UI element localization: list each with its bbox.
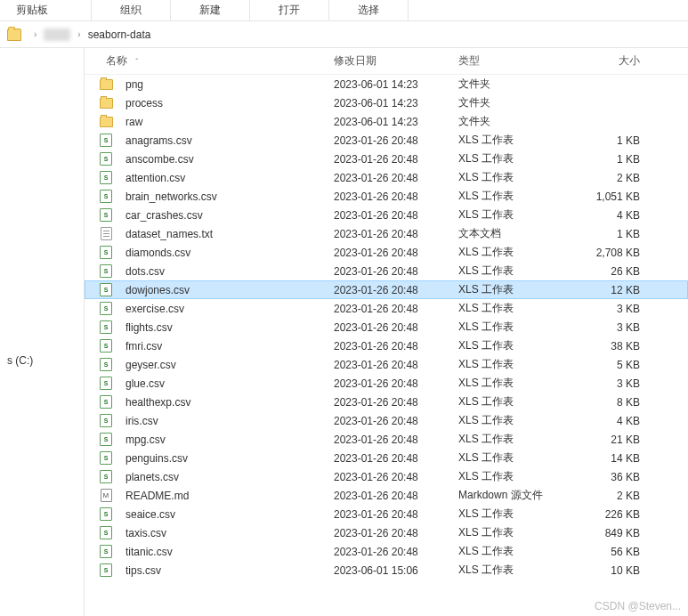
file-name: planets.csv [118,471,334,483]
file-row[interactable]: taxis.csv2023-01-26 20:48XLS 工作表849 KB [85,523,688,542]
file-type: XLS 工作表 [458,207,576,223]
file-row[interactable]: dowjones.csv2023-01-26 20:48XLS 工作表12 KB [85,280,688,299]
file-type: Markdown 源文件 [458,488,576,503]
file-name: tips.csv [118,564,334,577]
ribbon-open[interactable]: 打开 [250,0,328,21]
file-type: XLS 工作表 [458,376,576,391]
file-row[interactable]: car_crashes.csv2023-01-26 20:48XLS 工作表4 … [85,206,688,224]
main-area: s (C:) 名称 ˆ 修改日期 类型 大小 png2023-06-01 14:… [0,48,688,616]
file-name: car_crashes.csv [118,209,334,222]
file-type: XLS 工作表 [458,282,576,297]
xls-icon [99,433,113,447]
file-type: XLS 工作表 [458,525,576,540]
breadcrumb-parent-redacted[interactable] [44,28,70,41]
file-date: 2023-01-26 20:48 [334,527,458,539]
file-date: 2023-01-26 20:48 [334,490,458,502]
file-row[interactable]: penguins.csv2023-01-26 20:48XLS 工作表14 KB [85,449,688,467]
xls-icon [99,395,113,409]
file-name: process [118,97,334,109]
file-size: 1 KB [576,153,652,166]
column-header-date[interactable]: 修改日期 [334,53,458,69]
file-size: 38 KB [576,340,652,353]
file-row[interactable]: tips.csv2023-06-01 15:06XLS 工作表10 KB [85,561,688,580]
xls-icon [99,507,113,522]
file-row[interactable]: dataset_names.txt2023-01-26 20:48文本文档1 K… [85,224,688,243]
file-date: 2023-06-01 14:23 [334,116,458,128]
file-name: anscombe.csv [118,153,334,166]
file-row[interactable]: anagrams.csv2023-01-26 20:48XLS 工作表1 KB [85,131,688,150]
ribbon-new[interactable]: 新建 [171,0,249,21]
file-row[interactable]: attention.csv2023-01-26 20:48XLS 工作表2 KB [85,168,688,187]
xls-icon [99,526,113,540]
file-date: 2023-06-01 15:06 [334,564,458,577]
file-size: 226 KB [576,508,652,521]
folder-icon [7,28,21,41]
breadcrumb[interactable]: › › seaborn-data [0,21,688,48]
file-row[interactable]: seaice.csv2023-01-26 20:48XLS 工作表226 KB [85,505,688,523]
ribbon-organize[interactable]: 组织 [92,0,170,21]
file-date: 2023-01-26 20:48 [334,134,458,147]
file-name: png [118,78,334,91]
file-row[interactable]: healthexp.csv2023-01-26 20:48XLS 工作表8 KB [85,393,688,411]
file-row[interactable]: iris.csv2023-01-26 20:48XLS 工作表4 KB [85,411,688,430]
file-date: 2023-01-26 20:48 [334,471,458,483]
file-type: 文本文档 [458,226,576,241]
file-size: 1,051 KB [576,190,652,203]
file-type: XLS 工作表 [458,170,576,185]
file-type: 文件夹 [458,77,576,92]
column-header-name[interactable]: 名称 ˆ [99,53,334,69]
column-header-name-label: 名称 [106,54,127,67]
file-row[interactable]: glue.csv2023-01-26 20:48XLS 工作表3 KB [85,374,688,393]
xls-icon [99,190,113,204]
file-row[interactable]: png2023-06-01 14:23文件夹 [85,75,688,93]
xls-icon [99,302,113,316]
file-date: 2023-01-26 20:48 [334,321,458,334]
ribbon-clipboard[interactable]: 剪贴板 [0,0,91,21]
column-header-size[interactable]: 大小 [576,53,652,69]
file-row[interactable]: exercise.csv2023-01-26 20:48XLS 工作表3 KB [85,299,688,318]
breadcrumb-arrow: › [77,29,80,39]
breadcrumb-arrow: › [34,29,36,39]
file-row[interactable]: flights.csv2023-01-26 20:48XLS 工作表3 KB [85,318,688,336]
file-row[interactable]: README.md2023-01-26 20:48Markdown 源文件2 K… [85,486,688,505]
xls-icon [99,264,113,279]
file-type: XLS 工作表 [458,338,576,353]
watermark: CSDN @Steven... [595,600,681,612]
file-size: 5 KB [576,359,652,371]
ribbon-select[interactable]: 选择 [329,0,408,21]
file-date: 2023-01-26 20:48 [334,415,458,427]
file-row[interactable]: planets.csv2023-01-26 20:48XLS 工作表36 KB [85,467,688,486]
file-row[interactable]: process2023-06-01 14:23文件夹 [85,93,688,112]
file-type: XLS 工作表 [458,320,576,335]
file-type: XLS 工作表 [458,245,576,260]
file-type: XLS 工作表 [458,301,576,316]
file-row[interactable]: anscombe.csv2023-01-26 20:48XLS 工作表1 KB [85,150,688,168]
column-header-type[interactable]: 类型 [458,53,576,69]
file-row[interactable]: fmri.csv2023-01-26 20:48XLS 工作表38 KB [85,336,688,355]
file-name: seaice.csv [118,508,334,521]
file-row[interactable]: raw2023-06-01 14:23文件夹 [85,112,688,131]
file-row[interactable]: mpg.csv2023-01-26 20:48XLS 工作表21 KB [85,430,688,449]
file-name: brain_networks.csv [118,190,334,203]
file-row[interactable]: dots.csv2023-01-26 20:48XLS 工作表26 KB [85,262,688,280]
file-size: 2 KB [576,172,652,184]
file-size: 4 KB [576,209,652,222]
file-type: 文件夹 [458,95,576,110]
file-name: diamonds.csv [118,247,334,259]
file-size: 1 KB [576,134,652,147]
file-row[interactable]: titanic.csv2023-01-26 20:48XLS 工作表56 KB [85,542,688,561]
file-list: png2023-06-01 14:23文件夹process2023-06-01 … [85,75,688,580]
file-row[interactable]: geyser.csv2023-01-26 20:48XLS 工作表5 KB [85,355,688,374]
sidebar-drive-c[interactable]: s (C:) [0,351,84,370]
file-row[interactable]: diamonds.csv2023-01-26 20:48XLS 工作表2,708… [85,243,688,262]
txt-icon [99,227,113,241]
file-name: penguins.csv [118,452,334,465]
file-row[interactable]: brain_networks.csv2023-01-26 20:48XLS 工作… [85,187,688,206]
file-date: 2023-01-26 20:48 [334,209,458,222]
file-size: 56 KB [576,546,652,558]
file-type: XLS 工作表 [458,357,576,372]
file-date: 2023-01-26 20:48 [334,359,458,371]
file-type: XLS 工作表 [458,507,576,522]
breadcrumb-current[interactable]: seaborn-data [88,28,151,41]
file-name: titanic.csv [118,546,334,558]
